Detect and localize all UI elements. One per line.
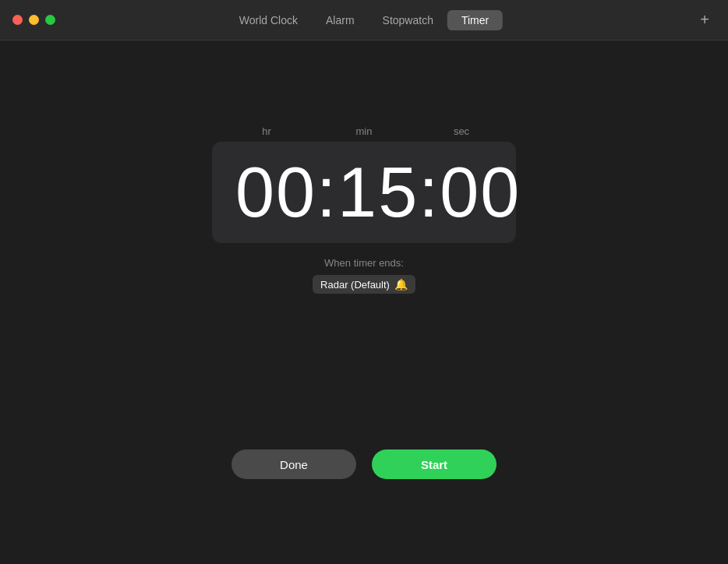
when-timer-label: When timer ends:	[324, 257, 404, 269]
start-button[interactable]: Start	[372, 449, 497, 479]
add-button[interactable]: +	[694, 8, 716, 32]
seconds-label: sec	[426, 125, 497, 137]
hours-label: hr	[231, 125, 302, 137]
done-button[interactable]: Done	[231, 449, 356, 479]
navigation-tabs: World Clock Alarm Stopwatch Timer	[225, 10, 503, 30]
tab-stopwatch[interactable]: Stopwatch	[369, 10, 447, 30]
window-controls	[0, 15, 55, 25]
minutes-label: min	[333, 125, 395, 137]
when-timer-ends: When timer ends: Radar (Default) 🔔	[313, 257, 415, 294]
tab-world-clock[interactable]: World Clock	[225, 10, 312, 30]
tab-alarm[interactable]: Alarm	[312, 10, 369, 30]
sound-name: Radar (Default)	[320, 279, 390, 291]
timer-digits: 00:15:00	[235, 157, 493, 227]
timer-display[interactable]: 00:15:00	[212, 142, 516, 243]
title-bar: World Clock Alarm Stopwatch Timer +	[0, 0, 728, 41]
alarm-icon: 🔔	[394, 278, 408, 291]
time-labels: hr min sec	[216, 125, 512, 137]
maximize-button[interactable]	[45, 15, 55, 25]
tab-timer[interactable]: Timer	[447, 10, 503, 30]
main-content: hr min sec 00:15:00 When timer ends: Rad…	[0, 41, 728, 564]
sound-selector[interactable]: Radar (Default) 🔔	[313, 275, 415, 294]
close-button[interactable]	[12, 15, 23, 25]
timer-section: hr min sec 00:15:00 When timer ends: Rad…	[212, 125, 516, 294]
bottom-controls: Done Start	[231, 449, 497, 479]
minimize-button[interactable]	[29, 15, 39, 25]
